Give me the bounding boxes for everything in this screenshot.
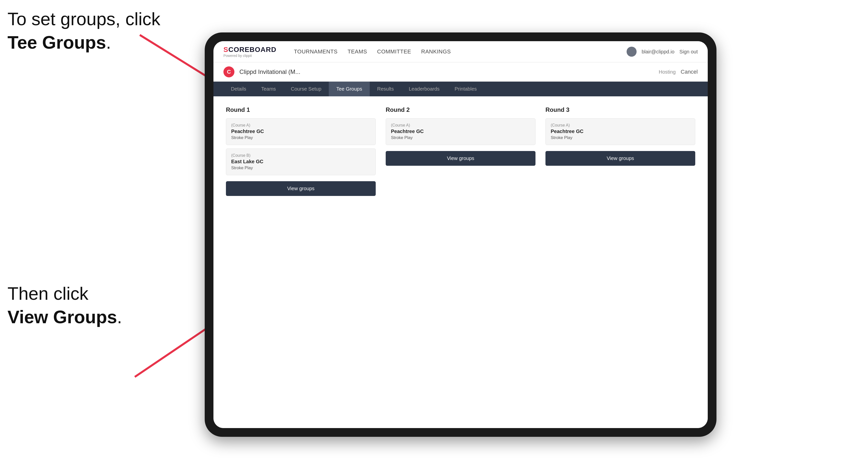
logo-area: SCOREBOARD Powered by clippit — [223, 46, 276, 58]
round-2-column: Round 2 (Course A) Peachtree GC Stroke P… — [386, 106, 535, 196]
nav-right: blair@clippd.io Sign out — [627, 47, 698, 57]
round-1-course-a-card: (Course A) Peachtree GC Stroke Play — [226, 118, 376, 145]
round-1-course-b-format: Stroke Play — [231, 165, 370, 170]
user-email: blair@clippd.io — [642, 49, 674, 55]
tab-teams[interactable]: Teams — [254, 82, 283, 96]
sign-out-link[interactable]: Sign out — [680, 49, 698, 55]
round-3-view-groups-button[interactable]: View groups — [546, 151, 695, 166]
round-2-title: Round 2 — [386, 106, 535, 113]
logo-text: SCOREBOARD — [223, 46, 276, 54]
logo-sub: Powered by clippit — [223, 54, 276, 58]
round-2-course-a-label: (Course A) — [391, 123, 530, 128]
top-nav: SCOREBOARD Powered by clippit TOURNAMENT… — [213, 41, 708, 62]
main-content: Round 1 (Course A) Peachtree GC Stroke P… — [213, 96, 708, 428]
round-3-course-a-label: (Course A) — [551, 123, 690, 128]
tab-printables[interactable]: Printables — [447, 82, 484, 96]
round-3-course-a-format: Stroke Play — [551, 135, 690, 140]
round-2-course-a-name: Peachtree GC — [391, 129, 530, 134]
tab-results[interactable]: Results — [370, 82, 401, 96]
tournament-name: Clippd Invitational (M... — [239, 68, 654, 75]
round-3-title: Round 3 — [546, 106, 695, 113]
rounds-container: Round 1 (Course A) Peachtree GC Stroke P… — [226, 106, 695, 196]
nav-committee[interactable]: COMMITTEE — [377, 49, 411, 55]
app-container: SCOREBOARD Powered by clippit TOURNAMENT… — [213, 41, 708, 428]
view-groups-highlight: View Groups — [7, 307, 117, 327]
cancel-button[interactable]: Cancel — [681, 69, 698, 75]
round-1-column: Round 1 (Course A) Peachtree GC Stroke P… — [226, 106, 376, 196]
tablet-screen: SCOREBOARD Powered by clippit TOURNAMENT… — [213, 41, 708, 428]
nav-tournaments[interactable]: TOURNAMENTS — [294, 49, 338, 55]
round-1-course-a-name: Peachtree GC — [231, 129, 370, 134]
round-2-course-a-card: (Course A) Peachtree GC Stroke Play — [386, 118, 535, 145]
hosting-badge: Hosting — [659, 69, 676, 75]
instruction-bottom-line2: View Groups. — [7, 306, 122, 329]
nav-links: TOURNAMENTS TEAMS COMMITTEE RANKINGS — [294, 49, 614, 55]
tab-tee-groups[interactable]: Tee Groups — [329, 82, 369, 96]
tournament-header: C Clippd Invitational (M... Hosting Canc… — [213, 62, 708, 82]
tablet-device: SCOREBOARD Powered by clippit TOURNAMENT… — [205, 32, 716, 437]
instruction-bottom-line1: Then click — [7, 282, 122, 306]
instruction-bottom: Then click View Groups. — [7, 282, 122, 329]
round-1-course-b-card: (Course B) East Lake GC Stroke Play — [226, 149, 376, 175]
tab-leaderboards[interactable]: Leaderboards — [401, 82, 447, 96]
nav-teams[interactable]: TEAMS — [347, 49, 367, 55]
tab-course-setup[interactable]: Course Setup — [283, 82, 329, 96]
round-1-course-b-label: (Course B) — [231, 153, 370, 158]
round-2-view-groups-button[interactable]: View groups — [386, 151, 535, 166]
round-1-view-groups-button[interactable]: View groups — [226, 181, 376, 196]
round-3-column: Round 3 (Course A) Peachtree GC Stroke P… — [546, 106, 695, 196]
round-3-course-a-card: (Course A) Peachtree GC Stroke Play — [546, 118, 695, 145]
round-2-course-a-format: Stroke Play — [391, 135, 530, 140]
user-avatar — [627, 47, 637, 57]
round-1-course-a-format: Stroke Play — [231, 135, 370, 140]
tee-groups-highlight: Tee Groups — [7, 32, 106, 53]
round-1-course-b-name: East Lake GC — [231, 159, 370, 164]
tournament-logo: C — [223, 66, 235, 77]
nav-rankings[interactable]: RANKINGS — [421, 49, 451, 55]
tab-navigation: Details Teams Course Setup Tee Groups Re… — [213, 82, 708, 96]
round-1-course-a-label: (Course A) — [231, 123, 370, 128]
round-1-title: Round 1 — [226, 106, 376, 113]
tab-details[interactable]: Details — [223, 82, 254, 96]
round-3-course-a-name: Peachtree GC — [551, 129, 690, 134]
